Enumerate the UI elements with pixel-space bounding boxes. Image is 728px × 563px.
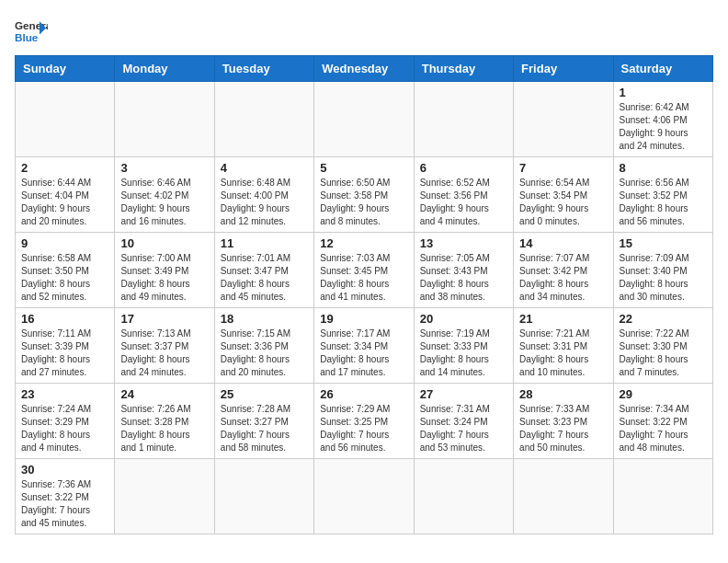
page-header: General Blue bbox=[15, 15, 713, 48]
day-cell-10: 10Sunrise: 7:00 AM Sunset: 3:49 PM Dayli… bbox=[115, 233, 214, 308]
logo: General Blue bbox=[15, 15, 48, 48]
day-cell-16: 16Sunrise: 7:11 AM Sunset: 3:39 PM Dayli… bbox=[16, 308, 115, 384]
empty-cell bbox=[414, 459, 513, 534]
empty-cell bbox=[214, 459, 313, 534]
calendar-row-5: 30Sunrise: 7:36 AM Sunset: 3:22 PM Dayli… bbox=[16, 459, 713, 534]
weekday-tuesday: Tuesday bbox=[214, 56, 313, 82]
day-number: 26 bbox=[320, 387, 407, 401]
empty-cell bbox=[314, 82, 414, 157]
day-cell-3: 3Sunrise: 6:46 AM Sunset: 4:02 PM Daylig… bbox=[115, 157, 214, 233]
weekday-saturday: Saturday bbox=[613, 56, 712, 82]
day-number: 1 bbox=[620, 86, 707, 99]
day-info: Sunrise: 7:24 AM Sunset: 3:29 PM Dayligh… bbox=[21, 403, 108, 454]
day-cell-11: 11Sunrise: 7:01 AM Sunset: 3:47 PM Dayli… bbox=[214, 233, 313, 308]
day-info: Sunrise: 7:01 AM Sunset: 3:47 PM Dayligh… bbox=[221, 252, 308, 304]
day-cell-15: 15Sunrise: 7:09 AM Sunset: 3:40 PM Dayli… bbox=[613, 233, 712, 308]
day-number: 12 bbox=[320, 236, 407, 250]
day-number: 9 bbox=[21, 236, 108, 250]
day-number: 4 bbox=[221, 161, 308, 175]
day-number: 5 bbox=[320, 161, 407, 175]
empty-cell bbox=[514, 82, 613, 157]
day-info: Sunrise: 6:54 AM Sunset: 3:54 PM Dayligh… bbox=[519, 177, 607, 228]
day-number: 2 bbox=[21, 161, 108, 175]
day-cell-30: 30Sunrise: 7:36 AM Sunset: 3:22 PM Dayli… bbox=[16, 459, 115, 534]
empty-cell bbox=[514, 459, 613, 534]
day-info: Sunrise: 6:46 AM Sunset: 4:02 PM Dayligh… bbox=[120, 177, 208, 228]
day-cell-18: 18Sunrise: 7:15 AM Sunset: 3:36 PM Dayli… bbox=[214, 308, 313, 384]
day-info: Sunrise: 7:09 AM Sunset: 3:40 PM Dayligh… bbox=[620, 252, 707, 304]
weekday-thursday: Thursday bbox=[414, 56, 513, 82]
calendar-body: 1Sunrise: 6:42 AM Sunset: 4:06 PM Daylig… bbox=[16, 82, 713, 534]
calendar-table: SundayMondayTuesdayWednesdayThursdayFrid… bbox=[15, 55, 713, 534]
day-info: Sunrise: 6:44 AM Sunset: 4:04 PM Dayligh… bbox=[21, 177, 108, 228]
day-info: Sunrise: 6:58 AM Sunset: 3:50 PM Dayligh… bbox=[21, 252, 108, 304]
calendar-row-4: 23Sunrise: 7:24 AM Sunset: 3:29 PM Dayli… bbox=[16, 384, 713, 459]
day-cell-1: 1Sunrise: 6:42 AM Sunset: 4:06 PM Daylig… bbox=[613, 82, 712, 157]
day-info: Sunrise: 6:48 AM Sunset: 4:00 PM Dayligh… bbox=[221, 177, 308, 228]
day-cell-28: 28Sunrise: 7:33 AM Sunset: 3:23 PM Dayli… bbox=[514, 384, 613, 459]
weekday-header-row: SundayMondayTuesdayWednesdayThursdayFrid… bbox=[16, 56, 713, 82]
day-number: 27 bbox=[420, 387, 507, 401]
day-cell-4: 4Sunrise: 6:48 AM Sunset: 4:00 PM Daylig… bbox=[214, 157, 313, 233]
day-info: Sunrise: 7:21 AM Sunset: 3:31 PM Dayligh… bbox=[519, 327, 607, 379]
day-number: 14 bbox=[519, 236, 607, 250]
day-cell-25: 25Sunrise: 7:28 AM Sunset: 3:27 PM Dayli… bbox=[214, 384, 313, 459]
day-number: 13 bbox=[420, 236, 507, 250]
day-info: Sunrise: 7:34 AM Sunset: 3:22 PM Dayligh… bbox=[620, 403, 707, 454]
day-number: 17 bbox=[120, 312, 208, 326]
day-info: Sunrise: 7:00 AM Sunset: 3:49 PM Dayligh… bbox=[120, 252, 208, 304]
day-info: Sunrise: 7:13 AM Sunset: 3:37 PM Dayligh… bbox=[120, 327, 208, 379]
day-number: 3 bbox=[120, 161, 208, 175]
day-number: 18 bbox=[221, 312, 308, 326]
day-cell-7: 7Sunrise: 6:54 AM Sunset: 3:54 PM Daylig… bbox=[514, 157, 613, 233]
weekday-monday: Monday bbox=[115, 56, 214, 82]
day-info: Sunrise: 7:07 AM Sunset: 3:42 PM Dayligh… bbox=[519, 252, 607, 304]
day-info: Sunrise: 6:50 AM Sunset: 3:58 PM Dayligh… bbox=[320, 177, 407, 228]
day-number: 6 bbox=[420, 161, 507, 175]
day-info: Sunrise: 7:36 AM Sunset: 3:22 PM Dayligh… bbox=[21, 478, 108, 530]
day-cell-29: 29Sunrise: 7:34 AM Sunset: 3:22 PM Dayli… bbox=[613, 384, 712, 459]
day-number: 20 bbox=[420, 312, 507, 326]
day-cell-13: 13Sunrise: 7:05 AM Sunset: 3:43 PM Dayli… bbox=[414, 233, 513, 308]
day-info: Sunrise: 7:33 AM Sunset: 3:23 PM Dayligh… bbox=[519, 403, 607, 454]
day-number: 25 bbox=[221, 387, 308, 401]
day-info: Sunrise: 7:11 AM Sunset: 3:39 PM Dayligh… bbox=[21, 327, 108, 379]
day-number: 23 bbox=[21, 387, 108, 401]
day-cell-26: 26Sunrise: 7:29 AM Sunset: 3:25 PM Dayli… bbox=[314, 384, 414, 459]
day-cell-5: 5Sunrise: 6:50 AM Sunset: 3:58 PM Daylig… bbox=[314, 157, 414, 233]
day-cell-24: 24Sunrise: 7:26 AM Sunset: 3:28 PM Dayli… bbox=[115, 384, 214, 459]
day-info: Sunrise: 7:19 AM Sunset: 3:33 PM Dayligh… bbox=[420, 327, 507, 379]
day-cell-19: 19Sunrise: 7:17 AM Sunset: 3:34 PM Dayli… bbox=[314, 308, 414, 384]
logo-icon: General Blue bbox=[15, 15, 48, 48]
calendar-row-3: 16Sunrise: 7:11 AM Sunset: 3:39 PM Dayli… bbox=[16, 308, 713, 384]
day-number: 24 bbox=[120, 387, 208, 401]
empty-cell bbox=[115, 459, 214, 534]
calendar-row-0: 1Sunrise: 6:42 AM Sunset: 4:06 PM Daylig… bbox=[16, 82, 713, 157]
weekday-sunday: Sunday bbox=[16, 56, 115, 82]
day-number: 8 bbox=[620, 161, 707, 175]
day-number: 11 bbox=[221, 236, 308, 250]
day-number: 28 bbox=[519, 387, 607, 401]
weekday-friday: Friday bbox=[514, 56, 613, 82]
day-cell-27: 27Sunrise: 7:31 AM Sunset: 3:24 PM Dayli… bbox=[414, 384, 513, 459]
day-cell-17: 17Sunrise: 7:13 AM Sunset: 3:37 PM Dayli… bbox=[115, 308, 214, 384]
day-number: 22 bbox=[620, 312, 707, 326]
day-number: 15 bbox=[620, 236, 707, 250]
day-info: Sunrise: 7:29 AM Sunset: 3:25 PM Dayligh… bbox=[320, 403, 407, 454]
day-info: Sunrise: 7:15 AM Sunset: 3:36 PM Dayligh… bbox=[221, 327, 308, 379]
day-number: 19 bbox=[320, 312, 407, 326]
day-info: Sunrise: 7:31 AM Sunset: 3:24 PM Dayligh… bbox=[420, 403, 507, 454]
empty-cell bbox=[314, 459, 414, 534]
day-info: Sunrise: 6:42 AM Sunset: 4:06 PM Dayligh… bbox=[620, 101, 707, 153]
day-cell-22: 22Sunrise: 7:22 AM Sunset: 3:30 PM Dayli… bbox=[613, 308, 712, 384]
day-cell-8: 8Sunrise: 6:56 AM Sunset: 3:52 PM Daylig… bbox=[613, 157, 712, 233]
calendar-row-1: 2Sunrise: 6:44 AM Sunset: 4:04 PM Daylig… bbox=[16, 157, 713, 233]
weekday-wednesday: Wednesday bbox=[314, 56, 414, 82]
day-cell-14: 14Sunrise: 7:07 AM Sunset: 3:42 PM Dayli… bbox=[514, 233, 613, 308]
day-cell-2: 2Sunrise: 6:44 AM Sunset: 4:04 PM Daylig… bbox=[16, 157, 115, 233]
day-cell-12: 12Sunrise: 7:03 AM Sunset: 3:45 PM Dayli… bbox=[314, 233, 414, 308]
svg-text:Blue: Blue bbox=[15, 31, 39, 43]
empty-cell bbox=[16, 82, 115, 157]
day-number: 21 bbox=[519, 312, 607, 326]
day-number: 30 bbox=[21, 463, 108, 477]
